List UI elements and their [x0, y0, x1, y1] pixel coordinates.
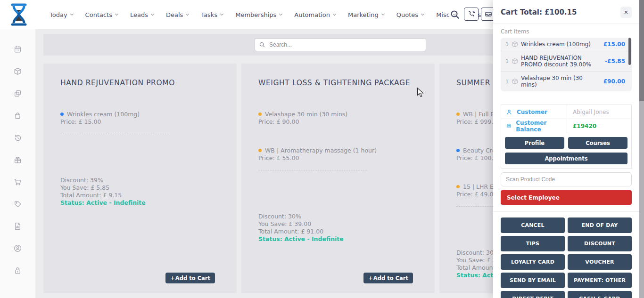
sidebar-icon[interactable] [14, 266, 22, 274]
search-icon[interactable] [449, 9, 461, 20]
nav-item[interactable]: Contacts [85, 11, 118, 18]
card-summary: Discount: 30% You Save: £ 39.00 Total Am… [258, 213, 435, 243]
card-item-price: Price: £ 55.00 [258, 154, 425, 162]
cart-item-price: £90.00 [603, 78, 625, 85]
sidebar-icon[interactable] [14, 112, 22, 120]
nav-item[interactable]: Marketing [348, 11, 384, 18]
nav-item-label: Memberships [235, 11, 276, 18]
sidebar-icon[interactable]: 12 [14, 45, 22, 53]
cart-action-button[interactable]: END OF DAY [568, 217, 632, 233]
cart-item-row[interactable]: 1 HAND REJUVENATION PROMO discount 39.00… [501, 51, 632, 72]
nav-item[interactable]: Today [50, 11, 73, 18]
chevron-down-icon [186, 12, 189, 16]
cart-action-button[interactable]: SEND BY EMAIL [501, 273, 565, 288]
nav-item-label: Contacts [85, 11, 112, 18]
select-employee-button[interactable]: Select Employee [501, 190, 632, 205]
add-to-cart-button[interactable]: +Add to Cart [165, 273, 215, 283]
sidebar-icon[interactable] [14, 244, 22, 252]
search-icon [259, 41, 265, 48]
cart-action-button[interactable]: PAYMENT: OTHER [568, 273, 632, 288]
cart-items-list: 1 Wrinkles cream (100mg) £15.00 1 HAND R… [501, 38, 632, 91]
app-logo[interactable] [9, 3, 28, 26]
customer-link[interactable]: Customer [501, 105, 567, 119]
package-icon [512, 41, 518, 48]
cart-list-scrollbar[interactable] [628, 38, 631, 65]
nav-item[interactable]: Automation [294, 11, 336, 18]
cart-action-button[interactable]: TIPS [501, 236, 565, 251]
search-input[interactable] [255, 38, 426, 51]
customer-balance-link[interactable]: Customer Balance [501, 119, 567, 133]
page-scrollbar[interactable] [639, 0, 644, 298]
nav-item[interactable]: Deals [166, 11, 189, 18]
nav-item-label: Today [50, 11, 67, 18]
scan-product-code-input[interactable] [501, 172, 632, 186]
cart-action-button[interactable]: CASH & CARD [568, 291, 632, 298]
dashed-divider [258, 170, 367, 170]
bullet-icon [258, 113, 262, 116]
card-item-name: WB | Aromatherapy massage (1 hour) [265, 147, 377, 154]
cart-item-row[interactable]: 1 Wrinkles cream (100mg) £15.00 [501, 38, 632, 51]
courses-button[interactable]: Courses [568, 137, 627, 149]
nav-item[interactable]: Quotes [396, 11, 424, 18]
cart-item-name: Velashape 30 min (30 mins) [521, 75, 601, 88]
top-nav: Today Contacts Leads Deals Tasks [50, 0, 481, 29]
nav-item-label: Leads [130, 11, 148, 18]
promo-card: WEIGHT LOSS & TIGHTENING PACKAGE Velasha… [241, 64, 435, 293]
left-sidebar: 12 [0, 29, 35, 298]
chevron-down-icon [279, 12, 282, 16]
discount-line: Discount: 30% [258, 213, 435, 220]
close-icon[interactable]: × [620, 7, 632, 18]
you-save-line: You Save: £ 39.00 [258, 220, 435, 228]
divider [493, 211, 639, 212]
coins-icon [506, 123, 512, 129]
customer-name-value[interactable]: Abigail Jones [567, 109, 609, 115]
nav-item[interactable]: Tasks [201, 11, 223, 18]
sidebar-icon[interactable] [14, 134, 22, 142]
sidebar-icon[interactable] [14, 200, 22, 208]
bullet-icon [456, 149, 460, 152]
sidebar-icon[interactable] [14, 156, 22, 164]
profile-button[interactable]: Profile [505, 137, 564, 149]
chevron-down-icon [115, 12, 118, 16]
sidebar-icon[interactable] [14, 222, 22, 230]
card-item-name: Wrinkles cream (100mg) [67, 111, 140, 118]
appointments-button[interactable]: Appointments [505, 153, 627, 164]
bullet-icon [456, 185, 460, 188]
sidebar-icon[interactable] [14, 178, 22, 186]
cart-item-qty: 1 [505, 58, 509, 64]
dashed-divider [60, 134, 169, 134]
add-to-cart-button[interactable]: +Add to Cart [363, 273, 413, 283]
cart-action-button[interactable]: VOUCHER [568, 254, 632, 270]
sidebar-icon[interactable] [14, 89, 22, 97]
chevron-down-icon [381, 12, 385, 16]
chevron-down-icon [333, 12, 336, 16]
nav-item[interactable]: Leads [130, 11, 154, 18]
person-icon [506, 109, 512, 115]
phone-icon [468, 10, 475, 18]
sidebar-icon[interactable] [14, 67, 22, 75]
status-line: Status: Active - Indefinite [258, 235, 435, 243]
cart-item-row[interactable]: 1 Velashape 30 min (30 mins) £90.00 [501, 72, 632, 91]
plus-icon: + [368, 275, 373, 282]
card-item-price: Price: £ 90.00 [258, 118, 425, 126]
cart-action-button[interactable]: LOYALTY CARD [501, 254, 565, 270]
nav-item-label: Quotes [396, 11, 418, 18]
chevron-down-icon [421, 12, 424, 16]
nav-item[interactable]: Memberships [235, 11, 282, 18]
cart-action-button[interactable]: DISCOUNT [568, 236, 632, 251]
card-item: Wrinkles cream (100mg) Price: £ 15.00 [60, 111, 227, 126]
cart-action-button[interactable]: CANCEL [501, 217, 565, 233]
customer-box: Customer Abigail Jones Customer Balance … [501, 105, 632, 169]
cart-action-button[interactable]: DIRECT DEBIT [501, 291, 565, 298]
bullet-icon [456, 113, 460, 116]
cart-item-qty: 1 [505, 41, 509, 48]
phone-button[interactable] [464, 8, 479, 21]
chevron-down-icon [220, 12, 223, 16]
cart-item-name: HAND REJUVENATION PROMO discount 39.00% [521, 55, 602, 68]
card-item-price: Price: £ 15.00 [60, 118, 227, 126]
cart-items-label: Cart Items [501, 28, 632, 35]
cart-item-name: Wrinkles cream (100mg) [521, 41, 601, 48]
promo-card: HAND REJUVENATION PROMO Wrinkles cream (… [43, 64, 237, 293]
page-scrollbar-thumb[interactable] [639, 0, 644, 101]
card-item: Velashape 30 min (30 mins) Price: £ 90.0… [258, 111, 425, 126]
